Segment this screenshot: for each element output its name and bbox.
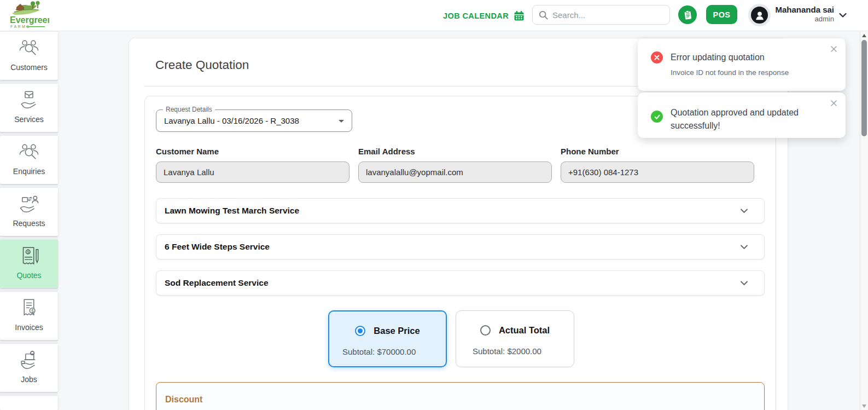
phone-number-field: Phone Number bbox=[561, 147, 754, 183]
request-details-label: Request Details bbox=[163, 106, 215, 113]
service-accordion-sod-replacement[interactable]: Sod Replacement Service bbox=[156, 270, 765, 296]
calendar-icon bbox=[514, 10, 525, 21]
quote-document-icon: $ bbox=[18, 245, 40, 268]
toast-error-title: Error updating quotation bbox=[671, 53, 765, 62]
pos-button[interactable]: POS bbox=[706, 5, 737, 24]
toast-success: Quotation approved and updated successfu… bbox=[638, 93, 846, 138]
chevron-down-icon bbox=[738, 205, 750, 217]
toast-error: Error updating quotation Invoice ID not … bbox=[638, 38, 846, 91]
job-calendar-link[interactable]: JOB CALENDAR bbox=[443, 0, 525, 31]
actual-total-label: Actual Total bbox=[499, 325, 550, 336]
sidebar-item-label: Requests bbox=[13, 219, 45, 228]
service-accordion-title: 6 Feet Wide Steps Service bbox=[165, 242, 270, 252]
toast-close-icon[interactable] bbox=[829, 98, 838, 108]
actual-total-option[interactable]: Actual Total Subtotal: $2000.00 bbox=[456, 310, 574, 367]
user-role: admin bbox=[774, 15, 834, 24]
user-name: Mahananda sai bbox=[774, 4, 834, 15]
chevron-down-icon bbox=[738, 241, 750, 253]
people-search-icon bbox=[18, 141, 40, 164]
sidebar-item-label: Invoices bbox=[15, 323, 43, 332]
base-price-subtotal: Subtotal: $70000.00 bbox=[342, 347, 446, 356]
search-input[interactable] bbox=[552, 10, 651, 20]
hand-laptop-icon bbox=[18, 349, 40, 372]
sidebar-item-label: Services bbox=[14, 115, 44, 124]
email-address-input[interactable] bbox=[358, 161, 552, 183]
top-header: Evergreen FARMS JOB CALENDAR bbox=[0, 0, 868, 31]
sidebar-item-jobs[interactable]: Jobs bbox=[0, 344, 58, 392]
sidebar-item-invoices[interactable]: $ Invoices bbox=[0, 292, 58, 340]
service-accordion-title: Lawn Mowing Test March Service bbox=[165, 206, 299, 216]
clipboard-icon bbox=[683, 10, 693, 20]
customer-name-input[interactable] bbox=[156, 161, 349, 183]
sidebar-item-partial[interactable] bbox=[0, 396, 58, 410]
discount-title: Discount bbox=[165, 395, 202, 404]
toast-error-message: Invoice ID not found in the response bbox=[671, 68, 789, 77]
user-avatar[interactable] bbox=[748, 4, 771, 26]
chevron-down-icon bbox=[738, 277, 750, 289]
scroll-down-arrow-icon[interactable] bbox=[862, 405, 866, 408]
app-window: Evergreen FARMS JOB CALENDAR bbox=[0, 0, 868, 410]
service-accordion-title: Sod Replacement Service bbox=[165, 278, 269, 288]
notes-button[interactable] bbox=[678, 5, 697, 24]
svg-text:Evergreen: Evergreen bbox=[10, 15, 49, 25]
actual-total-radio[interactable] bbox=[480, 325, 491, 336]
sidebar-item-requests[interactable]: Requests bbox=[0, 188, 58, 236]
global-search bbox=[532, 5, 670, 25]
service-accordion-steps[interactable]: 6 Feet Wide Steps Service bbox=[156, 234, 765, 259]
sidebar-item-quotes[interactable]: $ Quotes bbox=[0, 240, 58, 288]
scroll-up-arrow-icon[interactable] bbox=[862, 34, 866, 37]
base-price-label: Base Price bbox=[374, 326, 420, 336]
svg-text:$: $ bbox=[31, 308, 34, 314]
sidebar-item-label: Enquiries bbox=[13, 167, 45, 176]
hand-box-icon bbox=[18, 89, 40, 112]
error-icon bbox=[651, 51, 663, 63]
customer-name-field: Customer Name bbox=[156, 147, 349, 183]
search-icon bbox=[538, 10, 549, 20]
email-address-field: Email Address bbox=[358, 147, 552, 183]
toast-close-icon[interactable] bbox=[829, 44, 838, 54]
phone-number-label: Phone Number bbox=[561, 147, 754, 156]
sidebar-item-label: Quotes bbox=[16, 271, 41, 280]
page-scrollbar bbox=[860, 31, 868, 410]
farm-logo-icon: Evergreen FARMS bbox=[5, 1, 49, 30]
sidebar-nav: Customers Services Enquir bbox=[0, 31, 58, 410]
customers-search-icon bbox=[18, 37, 40, 60]
evergreen-farms-logo[interactable]: Evergreen FARMS bbox=[5, 1, 49, 30]
sidebar-item-label: Jobs bbox=[21, 375, 37, 384]
page-title: Create Quotation bbox=[155, 58, 249, 72]
discount-section: Discount bbox=[156, 382, 765, 410]
actual-total-subtotal: Subtotal: $2000.00 bbox=[473, 347, 574, 356]
invoice-receipt-icon: $ bbox=[18, 297, 40, 320]
base-price-radio[interactable] bbox=[355, 326, 365, 336]
user-menu-chevron-icon[interactable] bbox=[837, 9, 849, 24]
customer-name-label: Customer Name bbox=[156, 147, 349, 156]
sidebar-item-enquiries[interactable]: Enquiries bbox=[0, 136, 58, 184]
select-caret-icon bbox=[339, 120, 344, 123]
sidebar-item-services[interactable]: Services bbox=[0, 84, 58, 132]
job-calendar-label: JOB CALENDAR bbox=[443, 11, 509, 20]
base-price-option[interactable]: Base Price Subtotal: $70000.00 bbox=[328, 310, 447, 367]
email-address-label: Email Address bbox=[358, 147, 552, 156]
user-menu[interactable]: Mahananda sai admin bbox=[774, 4, 834, 24]
phone-number-input[interactable] bbox=[561, 161, 754, 183]
sidebar-item-customers[interactable]: Customers bbox=[0, 32, 58, 80]
svg-text:$: $ bbox=[27, 250, 30, 255]
sidebar-item-label: Customers bbox=[10, 63, 48, 72]
toast-success-title: Quotation approved and updated successfu… bbox=[671, 106, 817, 132]
scrollbar-thumb[interactable] bbox=[861, 40, 867, 136]
service-accordion-lawn-mowing[interactable]: Lawn Mowing Test March Service bbox=[156, 198, 765, 223]
success-check-icon bbox=[651, 111, 663, 123]
request-details-select[interactable]: Request Details Lavanya Lallu - 03/16/20… bbox=[156, 109, 352, 132]
hand-exchange-icon bbox=[18, 193, 40, 216]
avatar-person-icon bbox=[751, 7, 768, 24]
quotation-form-panel: Request Details Lavanya Lallu - 03/16/20… bbox=[144, 96, 776, 410]
request-details-value: Lavanya Lallu - 03/16/2026 - R_3038 bbox=[164, 116, 299, 125]
